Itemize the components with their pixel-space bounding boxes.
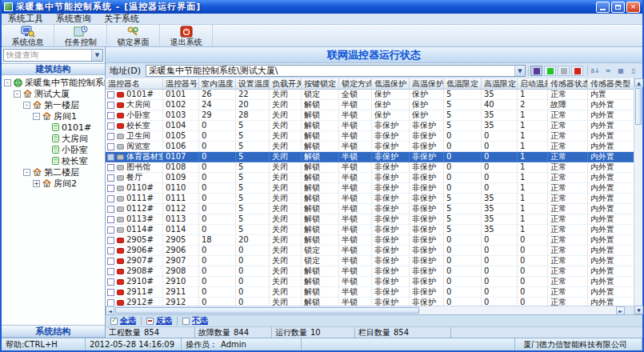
column-header-indoor[interactable]: 室内温度 xyxy=(199,78,236,90)
tree-item[interactable]: -房间1 xyxy=(2,110,105,122)
table-row[interactable]: 0110#011005关闭解锁半锁非保护非保护001正常内外置 xyxy=(106,183,634,194)
sort-icon[interactable]: a↓ xyxy=(590,66,601,76)
table-row[interactable]: 0112#011205关闭解锁半锁非保护非保护5351正常内外置 xyxy=(106,204,634,214)
tree-expander-icon[interactable]: - xyxy=(23,169,30,176)
table-row[interactable]: 2907#290700关闭锁定半锁非保护非保护000正常内外置 xyxy=(106,256,634,266)
delete-icon[interactable]: ▯ xyxy=(628,66,639,76)
table-row[interactable]: 0101#01012622关闭锁定全锁保护保护5351正常内置 xyxy=(106,90,634,100)
row-checkbox[interactable] xyxy=(107,268,114,275)
system-structure-tab[interactable]: 系统结构 xyxy=(2,325,105,338)
tree-expander-icon[interactable]: - xyxy=(33,113,40,120)
tree-item[interactable]: 0101# xyxy=(2,122,105,133)
table-row[interactable]: 2912#291200关闭解锁半锁非保护非保护000正常内外置 xyxy=(106,298,634,306)
table-row[interactable]: 餐厅010905关闭解锁半锁非保护非保护001正常内外置 xyxy=(106,173,634,183)
tree-item[interactable]: 小卧室 xyxy=(2,144,105,155)
filter-running-button[interactable] xyxy=(544,66,556,76)
tree-expander-icon[interactable]: - xyxy=(23,102,30,109)
select-all-button[interactable]: ✓ 全选 xyxy=(110,315,136,326)
tree-item[interactable]: +房间2 xyxy=(2,178,105,189)
table-row[interactable]: 2910#291000关闭解锁半锁非保护非保护000正常内外置 xyxy=(106,277,634,287)
row-checkbox[interactable] xyxy=(107,258,114,265)
table-row[interactable]: 图书馆010805关闭解锁半锁非保护非保护001正常内外置 xyxy=(106,162,634,173)
restore-button[interactable] xyxy=(611,2,625,13)
quick-query-dropdown-icon[interactable]: ▼ xyxy=(91,50,102,61)
row-checkbox[interactable] xyxy=(107,289,114,296)
column-header-id[interactable]: 温控器号 xyxy=(163,78,199,90)
table-row[interactable]: 卫生间010505关闭解锁半锁非保护非保护001正常内外置 xyxy=(106,131,634,142)
row-checkbox[interactable] xyxy=(107,237,114,244)
table-row[interactable]: 0113#011305关闭解锁半锁非保护非保护5351正常内外置 xyxy=(106,214,634,225)
column-header-load[interactable]: 负载开关 xyxy=(270,78,302,90)
vertical-scrollbar[interactable]: ▲ ▼ xyxy=(634,78,642,314)
scroll-up-icon[interactable]: ▲ xyxy=(634,78,643,87)
menu-item-2[interactable]: 关于系统 xyxy=(98,14,146,25)
tree-item[interactable]: 校长室 xyxy=(2,155,105,166)
tree-item[interactable]: -测试大厦 xyxy=(2,88,105,99)
row-checkbox[interactable] xyxy=(107,91,114,98)
tree-item[interactable]: -第二楼层 xyxy=(2,166,105,178)
menu-item-0[interactable]: 系统工具 xyxy=(2,14,50,25)
minimize-button[interactable] xyxy=(596,2,610,13)
row-checkbox[interactable] xyxy=(107,226,114,234)
column-header-lowlim[interactable]: 低温限定 xyxy=(444,78,482,90)
table-row[interactable]: 小卧室01032928关闭解锁半锁保护保护5351正常内外置 xyxy=(106,110,634,121)
tree-item[interactable]: -采暖集中节能控制系统 xyxy=(2,77,105,88)
address-dropdown-icon[interactable]: ▼ xyxy=(514,66,525,76)
row-checkbox[interactable] xyxy=(107,112,114,119)
table-row[interactable]: 阅览室010605关闭解锁半锁非保护非保护001正常内外置 xyxy=(106,142,634,152)
table-row[interactable]: 2911#291100关闭解锁半锁非保护非保护000正常内外置 xyxy=(106,287,634,298)
invert-selection-button[interactable]: 反选 xyxy=(146,315,172,326)
tree-expander-icon[interactable]: - xyxy=(14,90,21,98)
column-header-set[interactable]: 设置温度 xyxy=(236,78,270,90)
menu-item-1[interactable]: 系统查询 xyxy=(50,14,98,25)
scroll-down-icon[interactable]: ▼ xyxy=(634,306,643,314)
column-header-startdiff[interactable]: 启动温差 xyxy=(518,78,548,90)
quick-query-input[interactable]: 快捷查询 ▼ xyxy=(3,49,103,62)
horizontal-scrollbar[interactable]: ◄ ► xyxy=(106,306,634,314)
column-header-sensortype[interactable]: 传感器类型 xyxy=(588,78,634,90)
row-checkbox[interactable] xyxy=(107,164,114,171)
column-header-keylock[interactable]: 按键锁定 xyxy=(302,78,339,90)
column-header-lowprot[interactable]: 低温保护 xyxy=(372,78,410,90)
table-row[interactable]: 0111#011105关闭解锁半锁非保护非保护5351正常内外置 xyxy=(106,194,634,204)
exit-system-button[interactable]: 退出系统 xyxy=(160,25,213,46)
row-checkbox[interactable] xyxy=(107,216,114,223)
horizontal-scroll-thumb[interactable] xyxy=(115,307,419,314)
row-checkbox[interactable] xyxy=(107,143,114,150)
column-header-sensorstat[interactable]: 传感器状态 xyxy=(548,78,588,90)
tree-item[interactable]: 大房间 xyxy=(2,133,105,144)
column-header-highlim[interactable]: 高温限定 xyxy=(482,78,518,90)
row-checkbox[interactable] xyxy=(107,122,114,130)
row-checkbox[interactable] xyxy=(107,247,114,254)
list-view-icon[interactable]: ≡ xyxy=(602,66,614,76)
system-info-button[interactable]: 系统信息 xyxy=(2,25,54,46)
lock-screen-button[interactable]: 锁定界面 xyxy=(107,25,160,46)
task-control-button[interactable]: 任务控制 xyxy=(54,25,107,46)
column-header-name[interactable]: 温控器名 xyxy=(106,78,163,90)
close-button[interactable]: × xyxy=(626,2,640,13)
table-row[interactable]: 大房间01022420关闭解锁半锁保护保护5402故障内外置 xyxy=(106,100,634,110)
filter-off-button[interactable] xyxy=(558,66,570,76)
table-row[interactable]: 校长室010405关闭解锁半锁非保护非保护5351正常内外置 xyxy=(106,121,634,131)
filter-fault-button[interactable] xyxy=(571,66,583,76)
row-checkbox[interactable] xyxy=(107,102,114,109)
column-header-lockmode[interactable]: 锁定方式 xyxy=(339,78,372,90)
row-checkbox[interactable] xyxy=(107,299,114,306)
table-row[interactable]: 2908#290800关闭解锁半锁非保护非保护000正常内外置 xyxy=(106,266,634,277)
grid-view-icon[interactable]: ▦ xyxy=(615,66,626,76)
row-checkbox[interactable] xyxy=(107,195,114,202)
select-none-button[interactable]: 不选 xyxy=(182,315,208,326)
row-checkbox[interactable] xyxy=(107,133,114,140)
tree-expander-icon[interactable]: + xyxy=(33,180,40,187)
vertical-scroll-thumb[interactable] xyxy=(635,88,642,125)
row-checkbox[interactable] xyxy=(107,206,114,213)
filter-all-button[interactable] xyxy=(530,66,542,76)
table-row[interactable]: 2905#29051820关闭解锁半锁非保护非保护000正常内外置 xyxy=(106,235,634,246)
table-row[interactable]: 0114#011405关闭解锁半锁非保护非保护5351正常内外置 xyxy=(106,225,634,235)
column-header-highprot[interactable]: 高温保护 xyxy=(410,78,444,90)
table-row[interactable]: 2906#290600关闭锁定半锁非保护非保护000正常内外置 xyxy=(106,246,634,256)
tree-expander-icon[interactable]: - xyxy=(4,79,11,86)
row-checkbox[interactable] xyxy=(107,278,114,286)
row-checkbox[interactable] xyxy=(107,154,114,161)
row-checkbox[interactable] xyxy=(107,174,114,182)
